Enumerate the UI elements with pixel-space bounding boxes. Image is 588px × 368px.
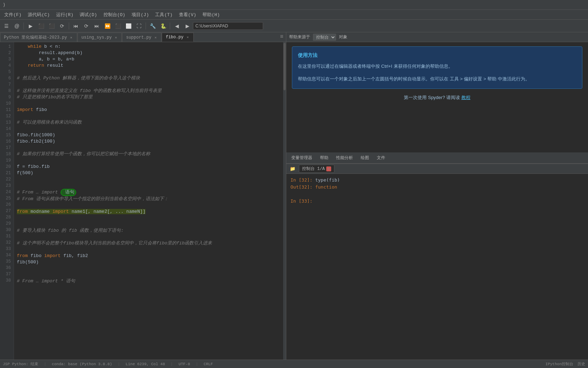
toolbar-btn-7[interactable]: ⟳ <box>81 21 91 31</box>
status-line-col: Line 6239, Col 48 <box>126 362 165 366</box>
help-source-select[interactable]: 控制台 <box>313 34 336 41</box>
tab-help[interactable]: 帮助 <box>316 153 332 162</box>
tab-support-label: support.py <box>126 35 151 40</box>
tab-py-basics-close[interactable]: ✕ <box>69 35 73 40</box>
tab-support-close[interactable]: ✕ <box>153 35 158 40</box>
editor-panel: Python 里化编程基础-2023.py ✕ using_sys.py ✕ s… <box>0 32 286 360</box>
console-content[interactable]: In [32]: type(fib) Out[32]: function In … <box>286 174 588 360</box>
toolbar-btn-8[interactable]: ⏭ <box>92 21 102 31</box>
toolbar-sep-3 <box>146 22 146 29</box>
menu-console[interactable]: 控制台(O) <box>101 11 128 19</box>
toolbar-python[interactable]: 🐍 <box>158 21 168 31</box>
code-area[interactable]: while b < n: result.append(b) a, b = b, … <box>14 42 283 360</box>
toolbar-sep-4 <box>170 22 170 29</box>
title-text: ) <box>3 2 5 7</box>
toolbar-btn-5[interactable]: ⟳ <box>57 21 67 31</box>
menu-tools[interactable]: 工具(T) <box>152 11 175 19</box>
console-prompt-33: In [33]: <box>290 198 313 204</box>
toolbar-back[interactable]: ◀ <box>172 21 182 31</box>
toolbar-btn-3[interactable]: ⬛ <box>36 21 46 31</box>
toolbar-sep-1 <box>24 22 24 29</box>
status-conda: conda: base (Python 3.8.8) <box>52 362 112 366</box>
console-folder-icon[interactable]: 📁 <box>289 165 296 172</box>
status-ipython[interactable]: IPython控制台 <box>546 361 573 367</box>
menu-file[interactable]: 文件(F) <box>1 11 24 19</box>
help-object-tab[interactable]: 对象 <box>339 34 347 40</box>
tab-plot[interactable]: 绘图 <box>357 153 373 162</box>
tab-variable-manager[interactable]: 变量管理器 <box>288 153 316 162</box>
help-link-line: 第一次使用 Spyder? 请阅读 教程 <box>292 94 582 101</box>
menu-view[interactable]: 查看(V) <box>176 11 199 19</box>
status-right: IPython控制台 历史 <box>546 361 585 367</box>
help-section: 帮助来源于 控制台 对象 使用方法 在这里你可以通过在编辑器或者终端中按 Ctr… <box>286 32 588 164</box>
line-numbers: 12345 678910 1112131415 1617181920 21222… <box>0 42 14 360</box>
tab-using-sys[interactable]: using_sys.py ✕ <box>78 33 122 42</box>
menu-bar: 文件(F) 源代码(C) 运行(R) 调试(D) 控制台(O) 项目(J) 工具… <box>0 10 588 20</box>
console-blank <box>290 191 584 198</box>
right-panel: 帮助来源于 控制台 对象 使用方法 在这里你可以通过在编辑器或者终端中按 Ctr… <box>286 32 588 360</box>
tab-py-basics[interactable]: Python 里化编程基础-2023.py ✕ <box>0 33 77 42</box>
title-bar: ) <box>0 0 588 10</box>
help-box: 使用方法 在这里你可以通过在编辑器或者终端中按 Ctrl+I 来获得任何对象的帮… <box>292 46 582 89</box>
console-output-32: Out[32]: <box>290 184 313 190</box>
toolbar-btn-6[interactable]: ⏮ <box>71 21 81 31</box>
console-line-2: Out[32]: function <box>290 184 584 191</box>
help-box-para2: 帮助信息可以在一个对象之后加上一个左圆括号的时候自动显示。你可以在 工具 > 偏… <box>298 75 576 83</box>
console-close-btn[interactable]: ✕ <box>326 166 331 171</box>
toolbar-forward[interactable]: ▶ <box>182 21 192 31</box>
tab-bar: Python 里化编程基础-2023.py ✕ using_sys.py ✕ s… <box>0 32 286 42</box>
toolbar-btn-9[interactable]: ⏩ <box>102 21 112 31</box>
tab-support[interactable]: support.py ✕ <box>122 33 161 42</box>
toolbar-btn-12[interactable]: ⛶ <box>134 21 144 31</box>
toolbar-btn-2[interactable]: @ <box>12 21 22 31</box>
tab-fibo[interactable]: fibo.py ✕ <box>162 33 193 42</box>
tab-files[interactable]: 文件 <box>373 153 389 162</box>
status-history[interactable]: 历史 <box>577 361 585 367</box>
menu-project[interactable]: 项目(J) <box>129 11 152 19</box>
console-title-bar: 📁 控制台 1/A ✕ <box>286 164 588 174</box>
help-box-para1: 在这里你可以通过在编辑器或者终端中按 Ctrl+I 来获得任何对象的帮助信息。 <box>298 63 576 70</box>
console-line-1: In [32]: type(fib) <box>290 177 584 184</box>
help-bottom-tabs: 变量管理器 帮助 性能分析 绘图 文件 <box>286 152 588 164</box>
tab-py-basics-label: Python 里化编程基础-2023.py <box>4 34 67 40</box>
tab-using-sys-label: using_sys.py <box>81 35 112 40</box>
toolbar-btn-11[interactable]: ⬜ <box>123 21 133 31</box>
console-session-text: 控制台 1/A <box>302 166 325 172</box>
editor-content: 12345 678910 1112131415 1617181920 21222… <box>0 42 286 360</box>
help-source-label: 帮助来源于 <box>289 34 310 40</box>
toolbar-wrench[interactable]: 🔧 <box>148 21 158 31</box>
toolbar-btn-10[interactable]: ⬛ <box>113 21 123 31</box>
editor-scrollbar[interactable] <box>283 42 286 360</box>
status-jsp: JSP Python: 结束 <box>3 361 38 367</box>
tab-performance[interactable]: 性能分析 <box>333 153 356 162</box>
console-output-value-32: function <box>315 184 337 190</box>
status-encoding: UTF-8 <box>179 362 190 366</box>
status-bar: JSP Python: 结束 | conda: base (Python 3.8… <box>0 360 588 368</box>
help-header: 帮助来源于 控制台 对象 <box>286 32 588 42</box>
console-prompt-32: In [32]: <box>290 177 313 183</box>
help-box-title: 使用方法 <box>298 52 576 59</box>
menu-run[interactable]: 运行(R) <box>53 11 76 19</box>
status-line-ending: CRLF <box>204 362 213 366</box>
help-content: 使用方法 在这里你可以通过在编辑器或者终端中按 Ctrl+I 来获得任何对象的帮… <box>286 42 588 152</box>
tab-using-sys-close[interactable]: ✕ <box>114 35 118 40</box>
toolbar: ☰ @ ▶ ⬛ ⬛ ⟳ ⏮ ⟳ ⏭ ⏩ ⬛ ⬜ ⛶ 🔧 🐍 ◀ ▶ <box>0 20 588 32</box>
tab-fibo-close[interactable]: ✕ <box>186 35 190 39</box>
editor-scrollbar-thumb[interactable] <box>283 43 286 91</box>
console-section: 📁 控制台 1/A ✕ In [32]: type(fib) Out[32]: … <box>286 164 588 360</box>
menu-help[interactable]: 帮助(H) <box>200 11 222 19</box>
menu-debug[interactable]: 调试(D) <box>77 11 100 19</box>
menu-source[interactable]: 源代码(C) <box>25 11 52 19</box>
help-tutorial-link[interactable]: 教程 <box>461 95 470 100</box>
toolbar-run[interactable]: ▶ <box>26 21 35 31</box>
toolbar-path-input[interactable] <box>193 22 263 30</box>
tab-menu-btn[interactable]: ≡ <box>278 32 286 42</box>
console-tab-label: 控制台 1/A ✕ <box>299 165 334 173</box>
console-code-32: type(fib) <box>315 177 340 183</box>
main-layout: Python 里化编程基础-2023.py ✕ using_sys.py ✕ s… <box>0 32 588 360</box>
toolbar-sep-2 <box>69 22 69 29</box>
tab-fibo-label: fibo.py <box>166 35 183 40</box>
toolbar-btn-4[interactable]: ⬛ <box>47 21 56 31</box>
toolbar-btn-1[interactable]: ☰ <box>1 21 11 31</box>
console-line-3: In [33]: <box>290 198 584 205</box>
